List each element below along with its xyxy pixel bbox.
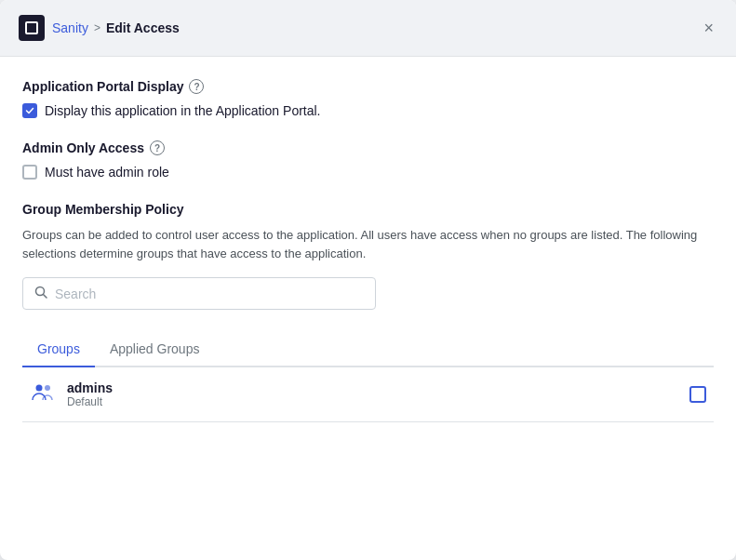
application-portal-help-icon[interactable]: ? xyxy=(189,79,204,94)
search-box xyxy=(22,277,376,310)
group-row-checkbox[interactable] xyxy=(689,386,706,403)
breadcrumb: Sanity > Edit Access xyxy=(52,20,692,35)
table-row: admins Default xyxy=(22,367,714,422)
group-policy-title: Group Membership Policy xyxy=(22,202,714,217)
admin-access-help-icon[interactable]: ? xyxy=(150,140,165,155)
admin-access-section: Admin Only Access ? Must have admin role xyxy=(22,140,714,180)
admin-access-checkbox[interactable] xyxy=(22,165,37,180)
group-name: admins xyxy=(67,380,678,395)
modal-body: Application Portal Display ? Display thi… xyxy=(0,57,736,560)
group-list: admins Default xyxy=(22,367,714,422)
application-portal-section: Application Portal Display ? Display thi… xyxy=(22,79,714,118)
admin-access-checkbox-row: Must have admin role xyxy=(22,165,714,180)
svg-line-1 xyxy=(44,295,47,299)
logo-inner xyxy=(25,21,38,34)
application-portal-checkbox-row: Display this application in the Applicat… xyxy=(22,103,714,118)
admin-access-checkbox-label: Must have admin role xyxy=(45,165,169,180)
edit-access-modal: Sanity > Edit Access × Application Porta… xyxy=(0,0,736,560)
breadcrumb-current: Edit Access xyxy=(106,20,180,35)
breadcrumb-link[interactable]: Sanity xyxy=(52,20,88,35)
group-policy-section: Group Membership Policy Groups can be ad… xyxy=(22,202,714,422)
search-icon xyxy=(34,286,47,301)
breadcrumb-separator: > xyxy=(94,21,100,34)
application-portal-title: Application Portal Display ? xyxy=(22,79,714,94)
modal-header: Sanity > Edit Access × xyxy=(0,0,736,57)
group-info: admins Default xyxy=(67,380,678,408)
application-portal-checkbox[interactable] xyxy=(22,103,37,118)
tab-applied-groups[interactable]: Applied Groups xyxy=(95,332,215,367)
tab-groups[interactable]: Groups xyxy=(22,332,95,367)
svg-point-3 xyxy=(45,385,50,391)
svg-point-2 xyxy=(36,385,43,392)
application-portal-checkbox-label: Display this application in the Applicat… xyxy=(45,103,321,118)
group-sub: Default xyxy=(67,395,678,408)
search-input[interactable] xyxy=(55,287,364,301)
app-logo xyxy=(19,15,45,41)
tabs-row: Groups Applied Groups xyxy=(22,332,714,367)
admin-access-title: Admin Only Access ? xyxy=(22,140,714,155)
group-icon xyxy=(30,381,56,407)
group-policy-description: Groups can be added to control user acce… xyxy=(22,226,714,262)
close-button[interactable]: × xyxy=(700,16,717,40)
